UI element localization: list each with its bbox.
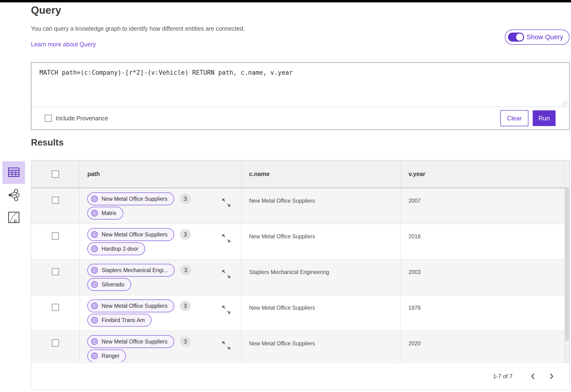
expand-path-icon[interactable] <box>221 340 231 350</box>
table-row: New Metal Office Suppliers 3 Firebird Tr… <box>31 295 570 331</box>
graph-node-icon <box>91 245 98 252</box>
column-header-path: path <box>79 160 241 188</box>
graph-node-icon <box>91 303 98 309</box>
results-table: path c.name v.year New Metal Office Supp… <box>31 160 570 390</box>
cname-cell: New Metal Office Suppliers <box>241 188 401 224</box>
query-textarea[interactable]: MATCH path=(c:Company)-[r*2]-(v:Vehicle)… <box>31 63 569 107</box>
table-row: New Metal Office Suppliers 3 Ranger <box>31 331 570 362</box>
path-cell: New Metal Office Suppliers 3 Matrix <box>79 188 241 224</box>
expand-path-icon[interactable] <box>221 269 231 279</box>
browser-top-bar <box>0 0 571 2</box>
row-checkbox[interactable] <box>52 197 59 204</box>
table-header-row: path c.name v.year <box>31 160 570 188</box>
path-count-badge: 3 <box>180 229 191 240</box>
path-node-pill[interactable]: New Metal Office Suppliers <box>87 299 174 312</box>
path-node-pill[interactable]: New Metal Office Suppliers <box>87 228 174 241</box>
path-node-pill[interactable]: New Metal Office Suppliers <box>87 192 174 205</box>
path-node-pill[interactable]: Ranger <box>87 350 126 362</box>
table-view-button[interactable] <box>2 161 25 184</box>
vyear-value: 1978 <box>409 305 421 311</box>
row-checkbox[interactable] <box>52 304 59 311</box>
path-node-pill[interactable]: New Metal Office Suppliers <box>87 335 174 348</box>
include-provenance-checkbox[interactable] <box>45 115 52 122</box>
path-node-label: Silverado <box>101 281 124 288</box>
path-node-pill[interactable]: Silverado <box>87 278 131 291</box>
graph-node-icon <box>91 352 98 359</box>
query-editor-panel: MATCH path=(c:Company)-[r*2]-(v:Vehicle)… <box>31 62 570 130</box>
graph-node-icon <box>91 196 98 202</box>
results-heading: Results <box>31 138 64 148</box>
vyear-cell: 1978 <box>401 295 570 331</box>
path-count-badge: 3 <box>180 265 191 275</box>
select-all-checkbox[interactable] <box>52 170 59 178</box>
path-count-badge: 3 <box>180 194 191 204</box>
editor-footer: Include Provenance Clear Run <box>31 107 569 129</box>
vyear-cell: 2007 <box>401 188 570 224</box>
textarea-resize-handle-icon[interactable] <box>560 98 568 107</box>
learn-more-link[interactable]: Learn more about Query <box>31 41 96 48</box>
path-node-label: New Metal Office Suppliers <box>101 303 168 309</box>
cname-value: New Metal Office Suppliers <box>249 233 315 239</box>
graph-node-icon <box>91 317 98 323</box>
path-count-badge: 3 <box>180 336 191 347</box>
path-cell: New Metal Office Suppliers 3 Firebird Tr… <box>79 295 241 331</box>
path-cell: New Metal Office Suppliers 3 Ranger <box>79 331 241 362</box>
graph-view-button[interactable] <box>7 188 21 203</box>
table-row: New Metal Office Suppliers 3 Hardtop 2-d… <box>31 224 570 260</box>
graph-node-icon <box>91 281 98 288</box>
row-checkbox[interactable] <box>52 232 59 239</box>
query-page: Query You can query a knowledge graph to… <box>0 0 571 392</box>
graph-node-icon <box>91 338 98 345</box>
path-node-label: Firebird Trans Am <box>101 317 145 323</box>
vyear-value: 2003 <box>409 269 421 275</box>
expand-path-icon[interactable] <box>221 198 231 208</box>
path-node-pill[interactable]: Matrix <box>87 207 123 220</box>
pagination-range-label: 1-7 of 7 <box>493 373 513 380</box>
include-provenance-group[interactable]: Include Provenance <box>45 115 108 122</box>
page-title: Query <box>31 4 61 16</box>
toggle-switch-icon[interactable] <box>508 33 524 42</box>
path-node-label: New Metal Office Suppliers <box>101 338 168 345</box>
previous-page-button[interactable] <box>529 373 536 380</box>
column-header-cname: c.name <box>241 160 401 188</box>
row-checkbox[interactable] <box>52 268 59 275</box>
table-row: Staplers Mechanical Engi... 3 Silverado <box>31 260 570 295</box>
path-node-label: Hardtop 2-door <box>101 246 139 252</box>
expand-path-icon[interactable] <box>221 305 231 315</box>
path-node-label: Matrix <box>101 210 116 216</box>
path-cell: Staplers Mechanical Engi... 3 Silverado <box>79 260 241 295</box>
clear-button[interactable]: Clear <box>500 110 528 126</box>
graph-node-icon <box>91 267 98 274</box>
row-checkbox[interactable] <box>52 339 59 347</box>
next-page-button[interactable] <box>548 373 555 380</box>
vyear-cell: 2020 <box>401 331 570 362</box>
show-query-label: Show Query <box>527 33 563 41</box>
cname-cell: New Metal Office Suppliers <box>241 295 401 331</box>
graph-node-icon <box>91 210 98 216</box>
path-node-pill[interactable]: Staplers Mechanical Engi... <box>87 264 175 277</box>
path-node-label: New Metal Office Suppliers <box>101 196 168 202</box>
scrollbar-thumb[interactable] <box>565 189 569 341</box>
run-button[interactable]: Run <box>533 110 556 126</box>
vyear-value: 2007 <box>409 198 421 204</box>
chart-view-icon <box>8 211 20 224</box>
cname-cell: Staplers Mechanical Engineering <box>241 260 401 295</box>
vyear-value: 2016 <box>409 233 421 239</box>
path-node-label: Staplers Mechanical Engi... <box>101 267 168 274</box>
graph-node-icon <box>91 231 98 238</box>
show-query-toggle[interactable]: Show Query <box>505 29 570 45</box>
table-scrollbar[interactable] <box>564 188 570 363</box>
cname-value: New Metal Office Suppliers <box>249 305 315 311</box>
path-node-label: Ranger <box>101 353 119 359</box>
cname-cell: New Metal Office Suppliers <box>241 224 401 259</box>
vyear-cell: 2003 <box>401 260 570 295</box>
path-node-pill[interactable]: Hardtop 2-door <box>87 242 145 255</box>
cname-cell: New Metal Office Suppliers <box>241 331 401 362</box>
graph-view-icon <box>7 188 20 203</box>
path-count-badge: 3 <box>180 301 191 311</box>
path-node-label: New Metal Office Suppliers <box>101 231 168 238</box>
table-view-icon <box>8 167 20 179</box>
path-node-pill[interactable]: Firebird Trans Am <box>87 314 152 327</box>
expand-path-icon[interactable] <box>221 233 231 243</box>
chart-view-button[interactable] <box>7 211 21 225</box>
